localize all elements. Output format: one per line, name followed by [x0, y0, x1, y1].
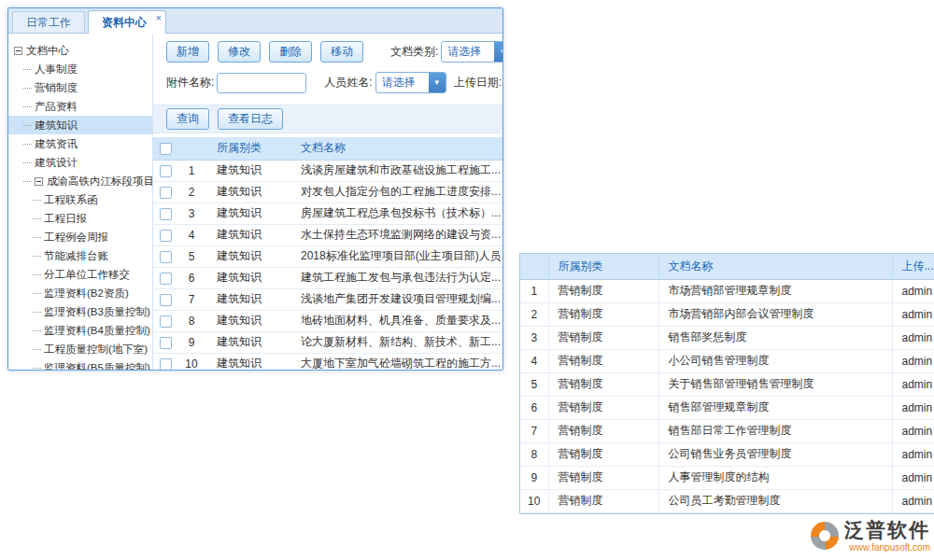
row-uploader: admin — [892, 442, 934, 466]
row-uploader: admin — [892, 279, 934, 302]
row-uploader: admin — [892, 349, 934, 372]
tree-item[interactable]: 工程日报 — [8, 209, 152, 228]
data-center-window: 日常工作 资料中心 × 文档中心人事制度营销制度产品资料建筑知识建筑资讯建筑设计… — [7, 7, 503, 371]
tree-item-label: 建筑知识 — [35, 119, 78, 133]
tree-item[interactable]: 监理资料(B3质量控制) — [8, 302, 152, 321]
row-category: 营销制度 — [548, 372, 658, 396]
table-row: 2营销制度市场营销部内部会议管理制度admin — [520, 302, 934, 326]
tree-item-label: 监理资料(B5质量控制) — [44, 361, 150, 371]
tab-label: 日常工作 — [26, 16, 71, 29]
row-number: 3 — [520, 326, 548, 349]
tree-item[interactable]: 工程例会周报 — [8, 228, 152, 246]
attachment-name-input[interactable] — [217, 73, 306, 93]
tree-item[interactable]: 产品资料 — [8, 97, 152, 116]
tree-item[interactable]: 监理资料(B5质量控制) — [8, 358, 152, 370]
row-number: 10 — [177, 353, 205, 370]
category-header: 所属别类 — [205, 137, 293, 160]
row-checkbox[interactable] — [160, 187, 172, 199]
tree-item[interactable]: 工程质量控制(地下室) — [8, 340, 152, 358]
tree-item[interactable]: 建筑资讯 — [8, 134, 152, 153]
row-category: 建筑知识 — [205, 160, 293, 181]
tab-daily-work[interactable]: 日常工作 — [12, 11, 85, 33]
row-number: 1 — [177, 160, 205, 181]
tree-item-label: 工程联系函 — [44, 193, 98, 207]
doc-category-select[interactable]: 请选择 ▼ — [441, 41, 502, 63]
uploader-header: 上传... — [892, 254, 934, 279]
person-name-select[interactable]: 请选择 ▼ — [375, 72, 446, 93]
tree-item-label: 监理资料(B3质量控制) — [44, 305, 150, 319]
table-row: 9营销制度人事管理制度的结构admin — [520, 466, 934, 489]
tree-item[interactable]: 建筑知识 — [8, 116, 152, 134]
row-number: 4 — [520, 349, 548, 372]
tree-item-label: 文档中心 — [26, 44, 69, 58]
tree-item[interactable]: 营销制度 — [8, 78, 152, 97]
table-row: 8建筑知识地砖地面材料、机具准备、质量要求及... — [153, 310, 502, 331]
table-row: 6营销制度销售部管理规章制度admin — [520, 396, 934, 419]
tree-item[interactable]: 人事制度 — [8, 60, 152, 78]
row-checkbox[interactable] — [160, 358, 172, 370]
table-row: 3建筑知识房屋建筑工程总承包投标书（技术标）... — [153, 203, 502, 224]
person-name-value: 请选择 — [376, 75, 416, 91]
marketing-docs-panel: 所属别类 文档名称 上传... 1营销制度市场营销部管理规章制度admin2营销… — [519, 253, 934, 514]
row-checkbox[interactable] — [160, 208, 172, 220]
table-row: 1营销制度市场营销部管理规章制度admin — [520, 279, 934, 302]
row-category: 建筑知识 — [205, 181, 293, 203]
table-row: 9建筑知识论大厦新材料、新结构、新技术、新工... — [153, 331, 502, 353]
row-checkbox[interactable] — [160, 251, 172, 263]
table-row: 2建筑知识对发包人指定分包的工程施工进度安排... — [153, 181, 502, 203]
row-number: 3 — [177, 203, 205, 224]
row-category: 建筑知识 — [205, 310, 293, 331]
row-category: 建筑知识 — [205, 267, 293, 288]
checkbox-cell — [153, 310, 177, 331]
category-header: 所属别类 — [548, 254, 658, 279]
tree-item[interactable]: 监理资料(B2资质) — [8, 284, 152, 302]
row-number: 1 — [520, 279, 548, 302]
tree-item[interactable]: 成渝高铁内江标段项目 — [8, 172, 152, 190]
query-button[interactable]: 查询 — [166, 108, 209, 130]
row-checkbox[interactable] — [160, 315, 172, 328]
row-docname: 水土保持生态环境监测网络的建设与资... — [293, 224, 502, 245]
brand-url: www.fanpusoft.com — [849, 542, 930, 553]
row-category: 营销制度 — [548, 279, 658, 302]
tree-item[interactable]: 建筑设计 — [8, 153, 152, 172]
table-header-row: 所属别类 文档名称 上传... — [520, 254, 934, 279]
checkbox-cell — [153, 224, 177, 245]
row-checkbox[interactable] — [160, 273, 172, 285]
tree-connector — [33, 330, 41, 331]
collapse-icon[interactable] — [35, 177, 43, 186]
tree-connector — [33, 218, 41, 219]
row-category: 营销制度 — [548, 302, 658, 326]
row-checkbox[interactable] — [160, 165, 172, 177]
tree-item[interactable]: 节能减排台账 — [8, 246, 152, 265]
view-log-button[interactable]: 查看日志 — [218, 108, 283, 130]
row-number: 5 — [177, 245, 205, 267]
move-button[interactable]: 移动 — [320, 41, 363, 63]
tree-item[interactable]: 分工单位工作移交 — [8, 265, 152, 284]
collapse-icon[interactable] — [14, 47, 22, 55]
row-docname: 论大厦新材料、新结构、新技术、新工... — [293, 331, 502, 353]
delete-button[interactable]: 删除 — [269, 41, 312, 63]
marketing-table: 所属别类 文档名称 上传... 1营销制度市场营销部管理规章制度admin2营销… — [520, 254, 934, 513]
row-docname: 销售部奖惩制度 — [658, 326, 892, 349]
modify-button[interactable]: 修改 — [218, 41, 261, 63]
row-docname: 房屋建筑工程总承包投标书（技术标）... — [293, 203, 502, 224]
tree-item[interactable]: 工程联系函 — [8, 190, 152, 209]
row-number: 6 — [177, 267, 205, 288]
row-number: 9 — [520, 466, 548, 489]
tree-item[interactable]: 文档中心 — [8, 41, 152, 60]
row-docname: 销售部管理规章制度 — [658, 396, 892, 419]
tree-connector — [33, 312, 41, 313]
tree-item[interactable]: 监理资料(B4质量控制) — [8, 321, 152, 340]
row-checkbox[interactable] — [160, 294, 172, 306]
row-checkbox[interactable] — [160, 337, 172, 349]
add-button[interactable]: 新增 — [166, 41, 209, 63]
attachment-name-label: 附件名称: — [166, 75, 214, 91]
select-all-checkbox[interactable] — [160, 143, 172, 155]
table-row: 5营销制度关于销售部管理销售管理制度admin — [520, 372, 934, 396]
close-icon[interactable]: × — [156, 11, 162, 24]
row-uploader: admin — [892, 466, 934, 489]
table-row: 6建筑知识建筑工程施工发包与承包违法行为认定... — [153, 267, 502, 288]
tree-item-label: 监理资料(B4质量控制) — [44, 324, 150, 338]
tab-data-center[interactable]: 资料中心 × — [88, 10, 166, 34]
row-checkbox[interactable] — [160, 230, 172, 242]
